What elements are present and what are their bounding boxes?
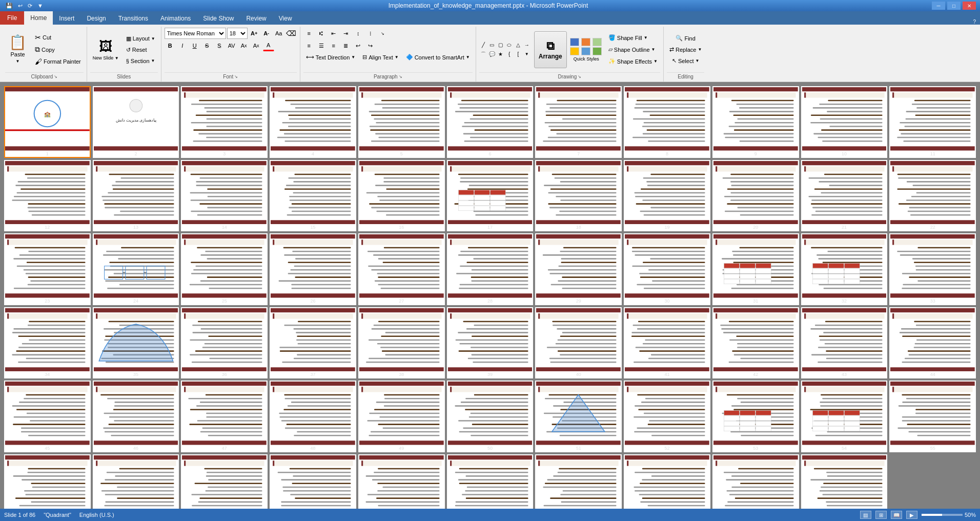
convert-smartart-button[interactable]: 🔷 Convert to SmartArt ▼ (403, 52, 473, 62)
slide-thumb-45[interactable]: 45 (4, 380, 91, 452)
layout-button[interactable]: ▦ Layout ▼ (124, 34, 158, 44)
maximize-button[interactable]: □ (947, 2, 961, 10)
replace-button[interactable]: ⇄ Replace ▼ (667, 45, 704, 54)
increase-font-button[interactable]: A+ (249, 28, 260, 39)
shape-effects-button[interactable]: ✨ Shape Effects ▼ (606, 56, 660, 66)
minimize-button[interactable]: ─ (932, 2, 945, 10)
ltr-button[interactable]: ↪ (365, 40, 376, 51)
slide-thumb-4[interactable]: 4 (270, 86, 356, 158)
find-button[interactable]: 🔍 Find (673, 33, 698, 43)
slide-thumb-38[interactable]: 38 (358, 307, 445, 379)
slide-thumb-17[interactable]: 17 (447, 160, 534, 232)
slide-thumb-52[interactable]: 52 (624, 380, 710, 452)
font-expand[interactable]: ↘ (234, 74, 238, 79)
help-icon[interactable]: ? (973, 19, 976, 25)
align-center-button[interactable]: ☰ (316, 40, 327, 51)
arrow-shape[interactable]: → (523, 41, 531, 49)
slide-thumb-15[interactable]: 15 (270, 160, 356, 232)
slide-thumb-54[interactable]: 54 (801, 380, 888, 452)
slide-thumb-58[interactable]: 58 (181, 454, 268, 509)
tab-home[interactable]: Home (24, 11, 53, 25)
slide-thumb-31[interactable]: 31 (712, 233, 799, 305)
decrease-indent-button[interactable]: ⇤ (328, 28, 339, 39)
slide-thumb-27[interactable]: 27 (358, 233, 445, 305)
slide-thumb-59[interactable]: 59 (270, 454, 356, 509)
shape-outline-button[interactable]: ▱ Shape Outline ▼ (606, 45, 660, 54)
slide-thumb-35[interactable]: 35 (93, 307, 179, 379)
align-text-button[interactable]: ⊟ Align Text ▼ (360, 52, 401, 62)
align-right-button[interactable]: ≡ (328, 40, 339, 51)
format-painter-button[interactable]: 🖌 Format Painter (32, 56, 84, 67)
slide-thumb-19[interactable]: 19 (624, 160, 710, 232)
slide-thumb-49[interactable]: 49 (358, 380, 445, 452)
copy-button[interactable]: ⧉ Copy (32, 44, 84, 55)
tab-animations[interactable]: Animations (154, 12, 197, 25)
close-button[interactable]: ✕ (963, 2, 976, 10)
slide-thumb-32[interactable]: 32 (801, 233, 888, 305)
slide-thumb-5[interactable]: 5 (358, 86, 445, 158)
tab-slideshow[interactable]: Slide Show (197, 12, 240, 25)
slide-thumb-46[interactable]: 46 (93, 380, 179, 452)
curve-shape[interactable]: ⌒ (479, 50, 487, 58)
slide-thumb-60[interactable]: 60 (358, 454, 445, 509)
justify-button[interactable]: ≣ (340, 40, 352, 51)
slide-thumb-3[interactable]: 3 (181, 86, 268, 158)
rrect-shape[interactable]: ▢ (497, 41, 505, 49)
decrease-font-button[interactable]: A- (261, 28, 272, 39)
undo-button[interactable]: ↩ (16, 2, 24, 10)
shadow-button[interactable]: S (214, 40, 225, 51)
slide-thumb-9[interactable]: 9 (712, 86, 799, 158)
shape-fill-button[interactable]: 🪣 Shape Fill ▼ (606, 33, 660, 43)
slide-thumb-61[interactable]: 61 (447, 454, 534, 509)
slide-thumb-26[interactable]: 26 (270, 233, 356, 305)
tab-transitions[interactable]: Transitions (112, 12, 154, 25)
slide-thumb-48[interactable]: 48 (270, 380, 356, 452)
para-label-expand[interactable]: ↘ (399, 74, 402, 79)
slide-thumb-8[interactable]: 8 (624, 86, 710, 158)
tab-view[interactable]: View (273, 12, 298, 25)
superscript-button[interactable]: Ax (238, 40, 250, 51)
increase-indent-button[interactable]: ⇥ (340, 28, 352, 39)
redo-button[interactable]: ⟳ (26, 2, 34, 10)
underline-button[interactable]: U (189, 40, 200, 51)
style-swatch-1[interactable] (570, 38, 579, 46)
slide-thumb-22[interactable]: 22 (889, 160, 976, 232)
slide-thumb-47[interactable]: 47 (181, 380, 268, 452)
style-swatch-3[interactable] (593, 38, 602, 46)
slide-thumb-40[interactable]: 40 (535, 307, 622, 379)
slide-thumb-18[interactable]: 18 (535, 160, 622, 232)
save-button[interactable]: 💾 (4, 2, 14, 10)
drawing-expand[interactable]: ↘ (578, 74, 581, 79)
slide-thumb-24[interactable]: 24 (93, 233, 179, 305)
slide-thumb-62[interactable]: 62 (535, 454, 622, 509)
font-size-select[interactable]: 18 (227, 28, 248, 39)
slide-thumb-6[interactable]: 6 (447, 86, 534, 158)
reset-button[interactable]: ↺ Reset (124, 45, 158, 55)
slide-thumb-63[interactable]: 63 (624, 454, 710, 509)
slide-thumb-13[interactable]: 13 (93, 160, 179, 232)
section-button[interactable]: § Section ▼ (124, 56, 158, 66)
tab-insert[interactable]: Insert (53, 12, 80, 25)
slide-thumb-21[interactable]: 21 (801, 160, 888, 232)
select-button[interactable]: ↖ Select ▼ (669, 56, 702, 66)
slide-thumb-56[interactable]: 56 (4, 454, 91, 509)
tab-file[interactable]: File (0, 11, 24, 25)
slide-thumb-2[interactable]: پیادهسازی مدیریت دانش2 (93, 86, 179, 158)
slide-thumb-20[interactable]: 20 (712, 160, 799, 232)
slide-thumb-14[interactable]: 14 (181, 160, 268, 232)
slide-thumb-44[interactable]: 44 (889, 307, 976, 379)
strikethrough-button[interactable]: S (201, 40, 213, 51)
slide-thumb-16[interactable]: 16 (358, 160, 445, 232)
slides-panel[interactable]: 🏫1پیادهسازی مدیریت دانش23456789101112131… (0, 82, 980, 509)
bullets-button[interactable]: ≡ (303, 28, 315, 39)
font-name-select[interactable]: Times New Roman (165, 28, 226, 39)
arrange-button[interactable]: ⧉ Arrange (534, 31, 567, 68)
reading-view-button[interactable]: 📖 (891, 511, 902, 519)
slide-thumb-36[interactable]: 36 (181, 307, 268, 379)
tab-design[interactable]: Design (80, 12, 112, 25)
line-shape[interactable]: ╱ (479, 41, 487, 49)
slide-thumb-28[interactable]: 28 (447, 233, 534, 305)
more-shapes[interactable]: ▼ (523, 50, 531, 58)
slide-thumb-25[interactable]: 25 (181, 233, 268, 305)
star-shape[interactable]: ★ (497, 50, 505, 58)
